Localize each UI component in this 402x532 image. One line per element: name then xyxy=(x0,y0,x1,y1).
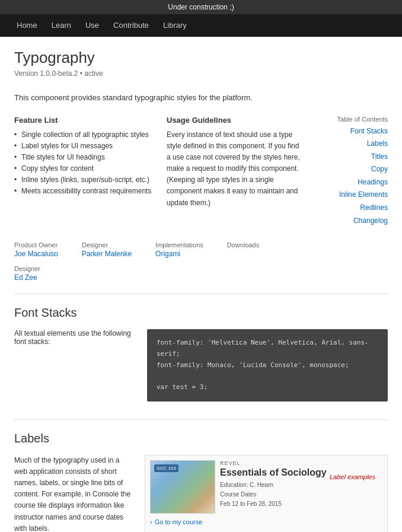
usage-guidelines: Usage Guidelines Every instance of text … xyxy=(167,116,305,228)
toc-title: Table of Contents xyxy=(317,116,388,123)
toc-link-inline-elements[interactable]: Inline Elements xyxy=(317,189,388,202)
list-item: Inline styles (links, super/sub-script, … xyxy=(14,174,152,186)
course-dates-label: Course Dates xyxy=(220,491,256,498)
labels-title: Labels xyxy=(14,432,388,445)
toc-link-headings[interactable]: Headings xyxy=(317,176,388,189)
font-stacks-content: All textual elements use the following f… xyxy=(14,329,388,401)
meta-product-owner: Product Owner Joe Macaluso xyxy=(14,241,58,258)
meta-designer-2: Designer Ed Zee xyxy=(14,265,388,282)
toc-link-redlines[interactable]: Redlines xyxy=(317,202,388,215)
meta-designer-label: Designer xyxy=(82,241,132,249)
meta-product-owner-link[interactable]: Joe Macaluso xyxy=(14,250,58,258)
go-to-course[interactable]: › Go to my course xyxy=(150,518,382,525)
course-tile-inner: SOC 103 REVEL Essentials of Sociology Ed… xyxy=(150,460,382,514)
toc-link-changelog[interactable]: Changelog xyxy=(317,215,388,228)
course-instructor: C. Hearn xyxy=(250,482,273,488)
meta-product-owner-label: Product Owner xyxy=(14,241,58,249)
meta-downloads-label: Downloads xyxy=(227,241,259,249)
page-title: Typography xyxy=(14,49,388,67)
soc-badge: SOC 103 xyxy=(154,464,178,472)
course-tile: SOC 103 REVEL Essentials of Sociology Ed… xyxy=(145,455,388,532)
nav-home[interactable]: Home xyxy=(9,14,44,37)
page-wrapper: Typography Version 1.0.0-beta.2 • active… xyxy=(0,37,402,532)
font-stacks-divider xyxy=(14,294,388,294)
intro-text: This component provides standard typogra… xyxy=(14,92,275,104)
meta-implementations: Implementations Origami xyxy=(155,241,203,258)
content-left: Feature List Single collection of all ty… xyxy=(14,116,305,228)
meta-row: Product Owner Joe Macaluso Designer Park… xyxy=(14,241,388,258)
course-revel: REVEL xyxy=(220,460,382,466)
feature-list: Feature List Single collection of all ty… xyxy=(14,116,152,228)
list-item: Single collection of all typographic sty… xyxy=(14,129,152,141)
meta-implementations-link[interactable]: Origami xyxy=(155,250,180,258)
labels-desc: Much of the typography used in a web app… xyxy=(14,455,133,532)
top-banner: Under construction ;) xyxy=(0,0,402,14)
chevron-right-icon: › xyxy=(150,518,152,525)
usage-guidelines-text: Every instance of text should use a type… xyxy=(167,129,305,209)
font-stacks-title: Font Stacks xyxy=(14,306,388,320)
meta-implementations-label: Implementations xyxy=(155,241,203,249)
table-of-contents: Table of Contents Font Stacks Labels Tit… xyxy=(317,116,388,228)
nav-contribute[interactable]: Contribute xyxy=(106,14,156,37)
nav-library[interactable]: Library xyxy=(156,14,194,37)
toc-link-labels[interactable]: Labels xyxy=(317,138,388,151)
content-row: Feature List Single collection of all ty… xyxy=(14,116,388,228)
toc-link-titles[interactable]: Titles xyxy=(317,151,388,164)
page-version: Version 1.0.0-beta.2 • active xyxy=(14,69,388,78)
course-image: SOC 103 xyxy=(150,460,215,514)
toc-link-copy[interactable]: Copy xyxy=(317,163,388,176)
meta-designer-2-label: Designer xyxy=(14,265,388,272)
feature-list-heading: Feature List xyxy=(14,116,152,125)
feature-list-items: Single collection of all typographic sty… xyxy=(14,129,152,197)
course-meta: Education: C. Hearn Course Dates Feb 12 … xyxy=(220,480,382,509)
usage-guidelines-heading: Usage Guidelines xyxy=(167,116,305,125)
list-item: Title styles for UI headings xyxy=(14,152,152,163)
toc-link-font-stacks[interactable]: Font Stacks xyxy=(317,125,388,138)
labels-content-row: Much of the typography used in a web app… xyxy=(14,455,388,532)
nav-use[interactable]: Use xyxy=(78,14,106,37)
list-item: Meets accessibility contrast requirement… xyxy=(14,186,152,197)
course-info: REVEL Essentials of Sociology Education:… xyxy=(220,460,382,514)
list-item: Label styles for UI messages xyxy=(14,141,152,152)
main-nav: Home Learn Use Contribute Library xyxy=(0,14,402,37)
meta-designer-1: Designer Parker Malenke xyxy=(82,241,132,258)
labels-divider xyxy=(14,419,388,420)
meta-designer-link-1[interactable]: Parker Malenke xyxy=(82,250,132,258)
course-dates: Feb 12 to Feb 28, 2015 xyxy=(220,501,282,507)
label-examples-text: Label examples xyxy=(330,473,375,480)
meta-downloads: Downloads xyxy=(227,241,259,258)
meta-designer-link-2[interactable]: Ed Zee xyxy=(14,273,37,282)
font-stacks-code: font-family: 'Helvetica Neue', Helvetica… xyxy=(147,329,388,401)
nav-learn[interactable]: Learn xyxy=(44,14,78,37)
course-education: Education: xyxy=(220,482,248,488)
font-stacks-desc: All textual elements use the following f… xyxy=(14,329,133,346)
list-item: Copy styles for content xyxy=(14,163,152,174)
